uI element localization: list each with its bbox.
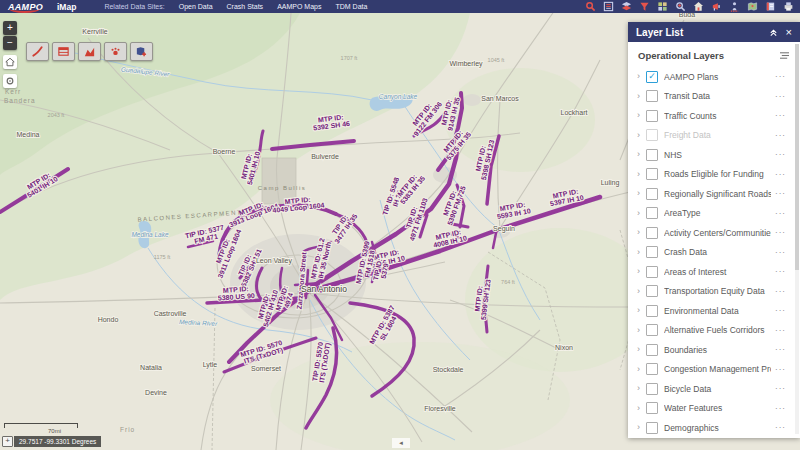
expand-icon[interactable]: › — [637, 404, 646, 413]
expand-icon[interactable]: › — [637, 228, 646, 237]
coordinates-crosshair-icon[interactable]: + — [2, 436, 13, 447]
search-icon[interactable] — [583, 1, 598, 12]
layer-row[interactable]: › Areas of Interest ··· — [628, 262, 800, 282]
layer-row[interactable]: › Demographics ··· — [628, 418, 800, 438]
select-widget-button[interactable] — [104, 42, 127, 61]
layer-checkbox[interactable] — [646, 149, 658, 161]
expand-icon[interactable]: › — [637, 345, 646, 354]
layer-checkbox[interactable] — [646, 168, 658, 180]
draw-widget-button[interactable] — [26, 42, 49, 61]
layer-menu-button[interactable]: ··· — [775, 326, 786, 335]
basemap-gallery-icon[interactable] — [655, 1, 670, 12]
layer-menu-button[interactable]: ··· — [775, 72, 786, 81]
layer-row[interactable]: › Alternative Fuels Corridors ··· — [628, 321, 800, 341]
zoom-out-button[interactable]: − — [3, 36, 17, 50]
layer-row[interactable]: › AreaType ··· — [628, 204, 800, 224]
expand-icon[interactable]: › — [637, 267, 646, 276]
layer-checkbox[interactable] — [646, 363, 658, 375]
layer-row[interactable]: › Water Features ··· — [628, 399, 800, 419]
layer-row[interactable]: › Bicycle Data ··· — [628, 379, 800, 399]
layer-menu-button[interactable]: ··· — [775, 267, 786, 276]
my-location-button[interactable] — [3, 74, 17, 88]
print-icon[interactable] — [781, 1, 796, 12]
aampo-logo[interactable]: AAMPO — [8, 2, 43, 12]
layer-menu-button[interactable]: ··· — [775, 92, 786, 101]
legend-icon[interactable] — [601, 1, 616, 12]
expand-icon[interactable]: › — [637, 248, 646, 257]
layer-row[interactable]: › Crash Data ··· — [628, 243, 800, 263]
add-data-widget-button[interactable] — [130, 42, 153, 61]
layer-options-icon[interactable] — [779, 51, 790, 60]
library-icon[interactable] — [763, 1, 778, 12]
layer-menu-button[interactable]: ··· — [775, 423, 786, 432]
attribution-toggle[interactable]: ◄ — [392, 438, 410, 448]
expand-icon[interactable]: › — [637, 287, 646, 296]
measurement-icon[interactable] — [727, 1, 742, 12]
layer-menu-button[interactable]: ··· — [775, 150, 786, 159]
layer-checkbox[interactable] — [646, 402, 658, 414]
expand-icon[interactable]: › — [637, 326, 646, 335]
expand-icon[interactable]: › — [637, 306, 646, 315]
layer-menu-button[interactable]: ··· — [775, 209, 786, 218]
expand-icon[interactable]: › — [637, 111, 646, 120]
link-open-data[interactable]: Open Data — [179, 3, 213, 10]
layer-checkbox[interactable] — [646, 188, 658, 200]
filter-icon[interactable] — [637, 1, 652, 12]
chart-widget-button[interactable] — [78, 42, 101, 61]
link-aampo-maps[interactable]: AAMPO Maps — [277, 3, 321, 10]
layer-checkbox[interactable] — [646, 324, 658, 336]
layer-checkbox[interactable] — [646, 285, 658, 297]
layer-row[interactable]: › Congestion Management Process ··· — [628, 360, 800, 380]
layer-menu-button[interactable]: ··· — [775, 189, 786, 198]
layer-checkbox[interactable] — [646, 422, 658, 434]
layer-menu-button[interactable]: ··· — [775, 345, 786, 354]
layer-menu-button[interactable]: ··· — [775, 306, 786, 315]
layer-menu-button[interactable]: ··· — [775, 365, 786, 374]
close-panel-icon[interactable]: × — [786, 27, 792, 37]
layer-row[interactable]: › Regionally Significant Roads ··· — [628, 184, 800, 204]
home-icon[interactable] — [691, 1, 706, 12]
layer-row[interactable]: › NHS ··· — [628, 145, 800, 165]
layer-row[interactable]: › Transit Data ··· — [628, 87, 800, 107]
layer-row[interactable]: › Environmental Data ··· — [628, 301, 800, 321]
layer-checkbox[interactable] — [646, 207, 658, 219]
zoom-in-button[interactable]: + — [3, 21, 17, 35]
layer-menu-button[interactable]: ··· — [775, 384, 786, 393]
layer-row[interactable]: › Activity Centers/Communities ··· — [628, 223, 800, 243]
layer-row[interactable]: › Freight Data ··· — [628, 126, 800, 146]
layer-checkbox[interactable] — [646, 110, 658, 122]
attribute-table-widget-button[interactable] — [52, 42, 75, 61]
expand-icon[interactable]: › — [637, 150, 646, 159]
expand-icon[interactable]: › — [637, 131, 646, 140]
expand-icon[interactable]: › — [637, 189, 646, 198]
layer-menu-button[interactable]: ··· — [775, 131, 786, 140]
layer-checkbox[interactable] — [646, 344, 658, 356]
layer-checkbox[interactable]: ✓ — [646, 71, 658, 83]
layer-checkbox[interactable] — [646, 305, 658, 317]
scrollbar-thumb[interactable] — [795, 44, 799, 270]
layer-checkbox[interactable] — [646, 383, 658, 395]
collapse-panel-icon[interactable] — [769, 28, 778, 37]
layer-checkbox[interactable] — [646, 246, 658, 258]
expand-icon[interactable]: › — [637, 365, 646, 374]
expand-icon[interactable]: › — [637, 384, 646, 393]
layer-row[interactable]: › Boundaries ··· — [628, 340, 800, 360]
layer-checkbox[interactable] — [646, 129, 658, 141]
link-tdm-data[interactable]: TDM Data — [335, 3, 367, 10]
expand-icon[interactable]: › — [637, 209, 646, 218]
layer-row[interactable]: › Transportation Equity Data ··· — [628, 282, 800, 302]
expand-icon[interactable]: › — [637, 170, 646, 179]
layer-checkbox[interactable] — [646, 90, 658, 102]
layer-row[interactable]: › ✓ AAMPO Plans ··· — [628, 67, 800, 87]
layer-checkbox[interactable] — [646, 266, 658, 278]
layer-row[interactable]: › Traffic Counts ··· — [628, 106, 800, 126]
layer-row[interactable]: › Roads Eligible for Funding ··· — [628, 165, 800, 185]
link-crash-stats[interactable]: Crash Stats — [227, 3, 264, 10]
layer-checkbox[interactable] — [646, 227, 658, 239]
layer-menu-button[interactable]: ··· — [775, 170, 786, 179]
expand-icon[interactable]: › — [637, 72, 646, 81]
query-icon[interactable] — [673, 1, 688, 12]
layer-menu-button[interactable]: ··· — [775, 248, 786, 257]
announcement-icon[interactable] — [709, 1, 724, 12]
layer-menu-button[interactable]: ··· — [775, 287, 786, 296]
